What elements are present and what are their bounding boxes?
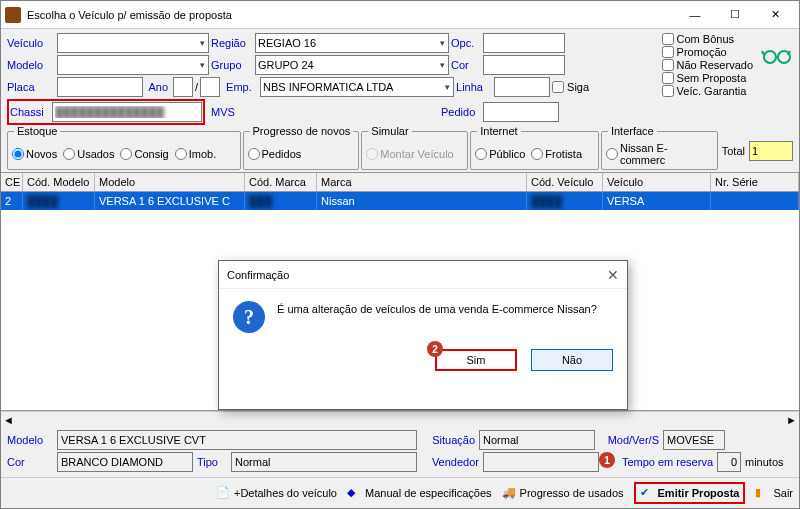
minimize-button[interactable]: — — [675, 2, 715, 28]
book-icon: ◆ — [347, 486, 361, 500]
com-bonus-checkbox[interactable]: Com Bônus — [662, 33, 753, 45]
veiculo-label: Veículo — [7, 37, 55, 49]
detail-icon: 📄 — [216, 486, 230, 500]
det-tipo-value: Normal — [231, 452, 417, 472]
det-modelo-value: VERSA 1 6 EXCLUSIVE CVT — [57, 430, 417, 450]
col-modelo[interactable]: Modelo — [95, 173, 245, 191]
chassi-label: Chassi — [10, 106, 52, 118]
grupo-label: Grupo — [211, 59, 253, 71]
interface-group: Interface Nissan E-commerc — [601, 131, 718, 170]
dialog-close-icon[interactable]: ✕ — [607, 267, 619, 283]
usados-radio[interactable]: Usados — [63, 148, 114, 160]
statusbar: 📄 +Detalhes do veículo ◆ Manual de espec… — [1, 477, 799, 508]
pedido-input[interactable] — [483, 102, 559, 122]
det-tipo-label: Tipo — [197, 456, 227, 468]
ano2-input[interactable] — [200, 77, 220, 97]
grid-header: CE Cód. Modelo Modelo Cód. Marca Marca C… — [1, 172, 799, 192]
chassi-highlight: Chassi — [7, 99, 205, 125]
linha-input[interactable] — [494, 77, 550, 97]
consig-radio[interactable]: Consig — [120, 148, 168, 160]
total-field: Total — [722, 131, 793, 170]
col-cod-modelo[interactable]: Cód. Modelo — [23, 173, 95, 191]
nissan-ecommerce-radio[interactable]: Nissan E-commerc — [606, 142, 713, 166]
opc-input[interactable] — [483, 33, 565, 53]
veiculo-select[interactable] — [57, 33, 209, 53]
linha-label: Linha — [456, 81, 492, 93]
minutos-label: minutos — [745, 456, 784, 468]
ano-sep: / — [195, 81, 198, 93]
pedidos-radio[interactable]: Pedidos — [248, 148, 302, 160]
regiao-select[interactable]: REGIAO 16 — [255, 33, 449, 53]
chassi-input[interactable] — [52, 102, 202, 122]
det-modvers-label: Mod/Ver/S — [599, 434, 659, 446]
check-icon: ✔ — [640, 486, 654, 500]
filter-form: Veículo Região REGIAO 16 Opc. Modelo Gru… — [1, 29, 799, 131]
search-glasses-icon[interactable] — [759, 33, 793, 77]
placa-input[interactable] — [57, 77, 143, 97]
horizontal-scrollbar[interactable]: ◄ ► — [1, 411, 799, 427]
veic-garantia-checkbox[interactable]: Veíc. Garantia — [662, 85, 753, 97]
confirm-dialog: Confirmação ✕ ? É uma alteração de veícu… — [218, 260, 628, 410]
col-ce[interactable]: CE — [1, 173, 23, 191]
det-modelo-label: Modelo — [7, 434, 53, 446]
publico-radio[interactable]: Público — [475, 148, 525, 160]
cor-label: Cor — [451, 59, 481, 71]
det-modvers-value: MOVESE — [663, 430, 725, 450]
dialog-title: Confirmação — [227, 269, 289, 281]
maximize-button[interactable]: ☐ — [715, 2, 755, 28]
det-cor-value: BRANCO DIAMOND — [57, 452, 193, 472]
grupo-select[interactable]: GRUPO 24 — [255, 55, 449, 75]
emitir-proposta-button[interactable]: ✔ Emitir Proposta — [634, 482, 746, 504]
scroll-right-icon[interactable]: ► — [786, 414, 797, 426]
manual-button[interactable]: ◆ Manual de especificações — [347, 486, 492, 500]
novos-radio[interactable]: Novos — [12, 148, 57, 160]
scroll-left-icon[interactable]: ◄ — [3, 414, 14, 426]
titlebar: Escolha o Veículo p/ emissão de proposta… — [1, 1, 799, 29]
regiao-label: Região — [211, 37, 253, 49]
col-nr-serie[interactable]: Nr. Série — [711, 173, 799, 191]
col-cod-marca[interactable]: Cód. Marca — [245, 173, 317, 191]
col-cod-veiculo[interactable]: Cód. Veículo — [527, 173, 603, 191]
col-veiculo[interactable]: Veículo — [603, 173, 711, 191]
progresso-usados-button[interactable]: 🚚 Progresso de usados — [502, 486, 624, 500]
opc-label: Opc. — [451, 37, 481, 49]
det-cor-label: Cor — [7, 456, 53, 468]
close-button[interactable]: ✕ — [755, 2, 795, 28]
filter-groups: Estoque Novos Usados Consig Imob. Progre… — [1, 131, 799, 172]
col-marca[interactable]: Marca — [317, 173, 527, 191]
cor-input[interactable] — [483, 55, 565, 75]
promocao-checkbox[interactable]: Promoção — [662, 46, 753, 58]
sem-proposta-checkbox[interactable]: Sem Proposta — [662, 72, 753, 84]
truck-icon: 🚚 — [502, 486, 516, 500]
placa-label: Placa — [7, 81, 55, 93]
emp-select[interactable]: NBS INFORMATICA LTDA — [260, 77, 454, 97]
sair-button[interactable]: ▮ Sair — [755, 486, 793, 500]
siga-checkbox[interactable]: Siga — [552, 81, 589, 93]
nao-reservado-checkbox[interactable]: Não Reservado — [662, 59, 753, 71]
filter-checks: Com Bônus Promoção Não Reservado Sem Pro… — [662, 33, 753, 127]
svg-point-0 — [764, 51, 776, 63]
detalhes-veiculo-button[interactable]: 📄 +Detalhes do veículo — [216, 486, 337, 500]
det-situacao-value: Normal — [479, 430, 595, 450]
window-title: Escolha o Veículo p/ emissão de proposta — [27, 9, 675, 21]
internet-group: Internet Público Frotista — [470, 131, 599, 170]
total-input[interactable] — [749, 141, 793, 161]
dialog-titlebar: Confirmação ✕ — [219, 261, 627, 289]
modelo-label: Modelo — [7, 59, 55, 71]
app-icon — [5, 7, 21, 23]
modelo-select[interactable] — [57, 55, 209, 75]
table-row[interactable]: 2 ████ VERSA 1 6 EXCLUSIVE C ███ Nissan … — [1, 192, 799, 210]
question-icon: ? — [233, 301, 265, 333]
nao-button[interactable]: Não — [531, 349, 613, 371]
ano1-input[interactable] — [173, 77, 193, 97]
montar-radio[interactable]: Montar Veículo — [366, 148, 453, 160]
dialog-message: É uma alteração de veículos de uma venda… — [277, 301, 597, 315]
sim-button[interactable]: Sim — [435, 349, 517, 371]
mvs-label: MVS — [211, 106, 243, 118]
exit-icon: ▮ — [755, 486, 769, 500]
frotista-radio[interactable]: Frotista — [531, 148, 582, 160]
imob-radio[interactable]: Imob. — [175, 148, 217, 160]
details-panel: Modelo VERSA 1 6 EXCLUSIVE CVT Situação … — [1, 427, 799, 477]
pedido-label: Pedido — [441, 106, 481, 118]
ano-label: Ano — [145, 81, 171, 93]
